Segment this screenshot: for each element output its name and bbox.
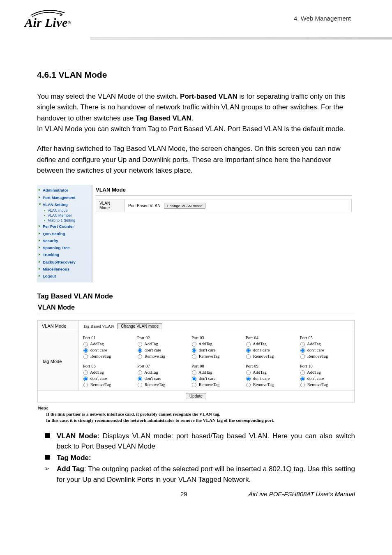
port-cell: Port 10 AddTag don't care RemoveTag — [300, 363, 350, 388]
port-cell: Port 08 AddTag don't care RemoveTag — [191, 363, 242, 388]
change-vlan-mode-button[interactable]: Change VLAN mode — [164, 203, 205, 209]
menu-qos-setting[interactable]: QoS Setting — [37, 230, 92, 237]
note-block: Note: If the link partner is a network i… — [38, 405, 355, 423]
opt-removetag: RemoveTag — [199, 382, 220, 387]
radio-removetag[interactable] — [300, 354, 305, 359]
menu-spanning-tree[interactable]: Spanning Tree — [37, 244, 92, 251]
opt-removetag: RemoveTag — [253, 382, 274, 387]
radio-removetag[interactable] — [192, 354, 196, 359]
opt-addtag: AddTag — [90, 342, 104, 346]
radio-dontcare[interactable] — [300, 348, 305, 353]
ss2-hr — [37, 314, 355, 314]
opt-removetag: RemoveTag — [145, 354, 166, 358]
port-label: Port 03 — [191, 335, 242, 341]
radio-addtag[interactable] — [138, 342, 142, 347]
port-cell: Port 09 AddTag don't care RemoveTag — [246, 363, 296, 388]
screenshot-port-based: Administrator Port Management VLAN Setti… — [37, 185, 355, 282]
opt-removetag: RemoveTag — [307, 354, 328, 358]
port-label: Port 08 — [191, 363, 242, 369]
opt-removetag: RemoveTag — [90, 382, 111, 387]
radio-removetag[interactable] — [300, 383, 305, 387]
radio-removetag[interactable] — [138, 354, 142, 359]
section-title: 4.6.1 VLAN Mode — [37, 70, 355, 80]
radio-dontcare[interactable] — [192, 377, 196, 381]
arrow-list: Add Tag: The outgoing packet of the sele… — [43, 464, 355, 485]
radio-addtag[interactable] — [246, 342, 251, 347]
sidebar-menu: Administrator Port Management VLAN Setti… — [37, 185, 92, 282]
submenu-multi-to-1[interactable]: Multi to 1 Setting — [37, 218, 92, 223]
opt-removetag: RemoveTag — [307, 382, 328, 387]
submenu-vlan-mode[interactable]: VLAN mode — [37, 208, 92, 213]
radio-dontcare[interactable] — [300, 377, 305, 381]
radio-removetag[interactable] — [246, 383, 251, 387]
bullet-tag-mode: Tag Mode: — [43, 453, 355, 463]
radio-removetag[interactable] — [246, 354, 251, 359]
menu-security[interactable]: Security — [37, 237, 92, 244]
port-label: Port 01 — [83, 335, 133, 341]
port-cell: Port 02 AddTag don't care RemoveTag — [137, 335, 187, 360]
radio-removetag[interactable] — [83, 383, 88, 387]
screenshot-tag-based: VLAN Mode Tag Based VLAN Change VLAN mod… — [37, 320, 355, 403]
radio-addtag[interactable] — [83, 370, 88, 375]
menu-backup-recovery[interactable]: Backup/Recovery — [37, 259, 92, 266]
radio-dontcare[interactable] — [83, 348, 88, 353]
bullet-vlan-mode: VLAN Mode: Displays VLAN mode: port base… — [43, 431, 355, 452]
radio-addtag[interactable] — [300, 370, 305, 375]
ss2-vlan-mode-value-cell: Tag Based VLAN Change VLAN mode — [79, 320, 355, 332]
radio-dontcare[interactable] — [138, 348, 142, 353]
bullet-add-tag: Add Tag: The outgoing packet of the sele… — [43, 464, 355, 485]
opt-addtag: AddTag — [307, 342, 321, 346]
radio-removetag[interactable] — [83, 354, 88, 359]
radio-dontcare[interactable] — [83, 377, 88, 381]
radio-removetag[interactable] — [192, 383, 196, 387]
registered-mark: ® — [68, 21, 71, 25]
radio-dontcare[interactable] — [246, 348, 251, 353]
radio-addtag[interactable] — [192, 370, 196, 375]
opt-addtag: AddTag — [198, 370, 212, 375]
port-label: Port 06 — [83, 363, 133, 369]
opt-dontcare: don't care — [145, 348, 161, 352]
radio-addtag[interactable] — [138, 370, 142, 375]
menu-administrator[interactable]: Administrator — [37, 187, 92, 194]
opt-dontcare: don't care — [90, 348, 107, 352]
port-label: Port 09 — [246, 363, 296, 369]
vlan-mode-value-cell: Port Based VLAN Change VLAN mode — [125, 199, 352, 212]
opt-dontcare: don't care — [145, 376, 161, 381]
manual-title: AirLive POE-FSH808AT User's Manual — [249, 490, 355, 497]
panel-title: VLAN Mode — [96, 187, 352, 193]
logo-text: Air Live — [25, 16, 68, 29]
menu-miscellaneous[interactable]: Miscellaneous — [37, 266, 92, 273]
opt-addtag: AddTag — [253, 342, 267, 346]
radio-dontcare[interactable] — [138, 377, 142, 381]
radio-removetag[interactable] — [138, 383, 142, 387]
menu-vlan-setting[interactable]: VLAN Setting — [37, 201, 92, 208]
radio-dontcare[interactable] — [192, 348, 196, 353]
radio-addtag[interactable] — [192, 342, 196, 347]
menu-trunking[interactable]: Trunking — [37, 251, 92, 258]
opt-removetag: RemoveTag — [90, 354, 111, 358]
opt-addtag: AddTag — [198, 342, 212, 346]
radio-addtag[interactable] — [83, 342, 88, 347]
opt-dontcare: don't care — [253, 376, 270, 381]
opt-addtag: AddTag — [253, 370, 267, 375]
port-cell: Port 07 AddTag don't care RemoveTag — [137, 363, 187, 388]
opt-removetag: RemoveTag — [253, 354, 274, 358]
update-button[interactable]: Update — [186, 393, 206, 399]
submenu-vlan-member[interactable]: VLAN Member — [37, 213, 92, 218]
port-label: Port 10 — [300, 363, 350, 369]
vlan-mode-label-cell: VLAN Mode — [96, 199, 125, 212]
menu-logout[interactable]: Logout — [37, 273, 92, 280]
note-line-2: In this case, it is strongly recommended… — [38, 417, 355, 423]
menu-port-management[interactable]: Port Management — [37, 194, 92, 201]
opt-addtag: AddTag — [90, 370, 104, 375]
vlan-mode-value: Port Based VLAN — [128, 204, 160, 208]
radio-addtag[interactable] — [300, 342, 305, 347]
opt-removetag: RemoveTag — [145, 382, 166, 387]
ss2-change-vlan-mode-button[interactable]: Change VLAN mode — [117, 323, 162, 329]
port-label: Port 07 — [137, 363, 187, 369]
opt-addtag: AddTag — [144, 342, 158, 346]
radio-addtag[interactable] — [246, 370, 251, 375]
radio-dontcare[interactable] — [246, 377, 251, 381]
paragraph-1: You may select the VLAN Mode of the swit… — [37, 91, 355, 134]
menu-per-port-counter[interactable]: Per Port Counter — [37, 223, 92, 230]
